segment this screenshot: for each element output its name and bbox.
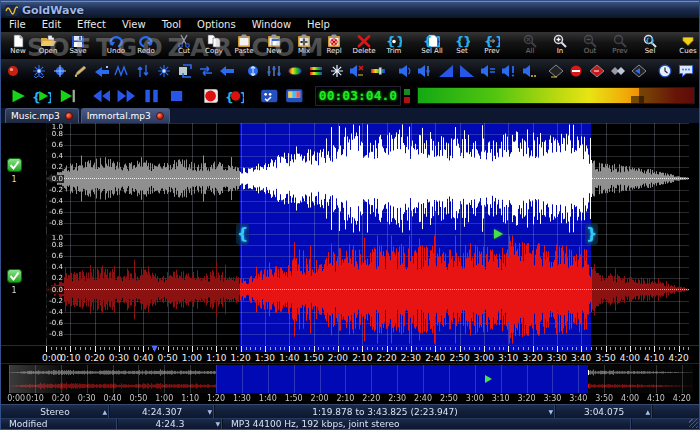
effect-pencil-line-button[interactable]: [71, 61, 91, 81]
menu-edit[interactable]: Edit: [34, 18, 69, 32]
effect-sparkle-orb-button[interactable]: [50, 61, 70, 81]
toolbar-button-label: All: [526, 48, 535, 55]
monitor-button[interactable]: [282, 86, 306, 106]
effect-red-diamond-button[interactable]: [587, 61, 607, 81]
status-up-arrow[interactable]: ▲: [102, 409, 107, 415]
overview-tick-label: 4:20: [673, 394, 691, 403]
overview-strip[interactable]: { }: [9, 365, 693, 393]
effect-orb-updown-button[interactable]: [243, 61, 263, 81]
toolbar-mix-button[interactable]: Mix: [289, 33, 319, 58]
toolbar-all-button[interactable]: All: [515, 33, 545, 58]
open-icon: [40, 33, 56, 48]
tab-music-mp3[interactable]: Music.mp3: [5, 108, 79, 123]
effect-zigzag-wave-button[interactable]: [113, 61, 133, 81]
fast-forward-button[interactable]: [114, 86, 138, 106]
toolbar-sel-button[interactable]: {}Sel: [635, 33, 665, 58]
toolbar-save-button[interactable]: Save: [63, 33, 93, 58]
record-selection-button[interactable]: {}: [223, 86, 247, 106]
channel-left-toggle[interactable]: 1: [5, 157, 23, 184]
status-down-arrow[interactable]: ▼: [207, 409, 212, 415]
toolbar-copy-button[interactable]: Copy: [199, 33, 229, 58]
toolbar-repl-button[interactable]: Repl: [319, 33, 349, 58]
toolbar-button-label: Redo: [137, 48, 155, 55]
toolbar-cut-button[interactable]: Cut: [169, 33, 199, 58]
effect-no-entry-button[interactable]: [567, 61, 587, 81]
status-up-arrow[interactable]: ▲: [645, 409, 650, 415]
effect-rainbow-slider-button[interactable]: [368, 61, 388, 81]
effect-red-orb-button[interactable]: [3, 61, 23, 81]
menu-tool[interactable]: Tool: [154, 18, 189, 32]
playback-marker[interactable]: [494, 229, 503, 239]
effect-speaker-slider-button[interactable]: [415, 61, 435, 81]
redo-icon: [138, 33, 154, 48]
effect-speaker-dots-button[interactable]: [520, 61, 540, 81]
menu-effect[interactable]: Effect: [69, 18, 114, 32]
toolbar-in-button[interactable]: In: [545, 33, 575, 58]
toolbar-prev-button[interactable]: {}Prev: [477, 33, 507, 58]
rewind-button[interactable]: [89, 86, 113, 106]
toolbar-redo-button[interactable]: Redo: [131, 33, 161, 58]
selection-start-handle[interactable]: {: [236, 223, 249, 245]
menu-help[interactable]: Help: [299, 18, 338, 32]
effect-chat-bubble-button[interactable]: [676, 61, 696, 81]
effect-white-burst-button[interactable]: [327, 61, 347, 81]
effect-red-x-speaker-button[interactable]: [347, 61, 367, 81]
effect-speaker-button[interactable]: [394, 61, 414, 81]
waveform-plot[interactable]: { } 1.00.80.60.40.20.0-0.2-0.4-0.6-0.81.…: [46, 123, 689, 345]
record-button[interactable]: [198, 86, 222, 106]
toolbar-out-button[interactable]: Out: [575, 33, 605, 58]
toolbar-prev-button[interactable]: Prev: [605, 33, 635, 58]
play-from-marker-button[interactable]: [55, 86, 79, 106]
time-axis[interactable]: 0:000:100:200:300:400:501:001:101:201:30…: [1, 345, 699, 364]
effect-arrow-left-button[interactable]: [217, 61, 237, 81]
effect-diamond-pair-button[interactable]: [608, 61, 628, 81]
effect-rainbow-oval-button[interactable]: [285, 61, 305, 81]
resize-grip[interactable]: [689, 419, 698, 428]
menu-options[interactable]: Options: [189, 18, 244, 32]
effect-clock-button[interactable]: [655, 61, 675, 81]
toolbar-cues-button[interactable]: Cues: [673, 33, 700, 58]
effect-arrow-burst-button[interactable]: [92, 61, 112, 81]
toolbar-delete-button[interactable]: Delete: [349, 33, 379, 58]
overview-playback-marker[interactable]: [485, 375, 492, 383]
effect-speaker-exclaim-button[interactable]: [499, 61, 519, 81]
play-button[interactable]: [5, 86, 29, 106]
effect-swap-arrows-button[interactable]: [196, 61, 216, 81]
effect-equalizer-sliders-button[interactable]: [264, 61, 284, 81]
effect-diamond-arrow-button[interactable]: [629, 61, 649, 81]
tab-immortal-mp3[interactable]: Immortal.mp3: [81, 108, 170, 123]
channel-right-toggle[interactable]: 1: [5, 268, 23, 295]
toolbar-new-button[interactable]: New: [3, 33, 33, 58]
effect-speaker-equals-button[interactable]: [478, 61, 498, 81]
status-bar-bottom: Modified4:24.3▼MP3 44100 Hz, 192 kbps, j…: [1, 418, 699, 429]
effect-ramp-down-button[interactable]: [457, 61, 477, 81]
effect-rainbow-bars-button[interactable]: [306, 61, 326, 81]
status-down-arrow[interactable]: ▼: [215, 421, 220, 427]
toolbar-set-button[interactable]: {}Set: [447, 33, 477, 58]
menu-file[interactable]: File: [1, 18, 34, 32]
toolbar-undo-button[interactable]: Undo: [101, 33, 131, 58]
effect-dark-diamond-button[interactable]: [546, 61, 566, 81]
tab-close-icon[interactable]: [156, 112, 164, 120]
stop-button[interactable]: [164, 86, 188, 106]
pause-button[interactable]: [139, 86, 163, 106]
menu-window[interactable]: Window: [244, 18, 299, 32]
selection-end-handle[interactable]: }: [585, 223, 598, 245]
menu-view[interactable]: View: [114, 18, 154, 32]
effect-page-swap-button[interactable]: [175, 61, 195, 81]
toolbar-trim-button[interactable]: {}Trim: [379, 33, 409, 58]
effect-burst-down-arrows-button[interactable]: [29, 61, 49, 81]
toolbar-open-button[interactable]: Open: [33, 33, 63, 58]
play-selection-button[interactable]: {}: [30, 86, 54, 106]
toolbar-sel-all-button[interactable]: {}Sel All: [417, 33, 447, 58]
cue-marker-icon[interactable]: ▼: [151, 344, 157, 353]
effect-updown-arrows-button[interactable]: [133, 61, 153, 81]
status-down-arrow[interactable]: ▼: [548, 409, 553, 415]
effect-starburst-button[interactable]: [154, 61, 174, 81]
toolbar-new-button[interactable]: New: [259, 33, 289, 58]
toolbar-paste-button[interactable]: Paste: [229, 33, 259, 58]
tab-close-icon[interactable]: [65, 112, 73, 120]
title-bar[interactable]: GoldWave: [1, 1, 699, 18]
control-properties-button[interactable]: [257, 86, 281, 106]
effect-ramp-up-button[interactable]: [436, 61, 456, 81]
